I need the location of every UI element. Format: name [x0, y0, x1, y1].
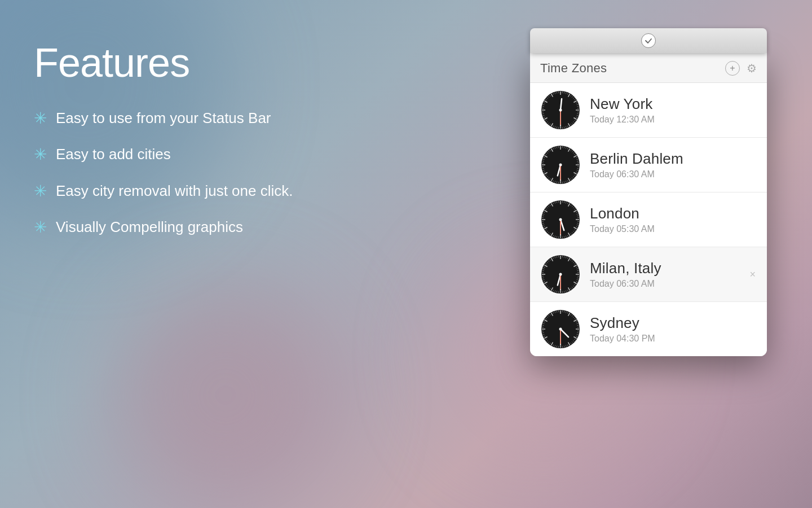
city-info-3: Milan, Italy Today 06:30 AM	[590, 260, 757, 288]
city-time-0: Today 12:30 AM	[590, 115, 757, 125]
city-row-1[interactable]: Berlin Dahlem Today 06:30 AM	[530, 138, 767, 192]
feature-item-2: ✳ Easy city removal with just one click.	[34, 181, 519, 202]
city-row-0[interactable]: New York Today 12:30 AM	[530, 83, 767, 138]
city-row-2[interactable]: London Today 05:30 AM	[530, 192, 767, 247]
city-info-2: London Today 05:30 AM	[590, 205, 757, 234]
svg-point-324	[559, 328, 562, 331]
city-time-1: Today 06:30 AM	[590, 169, 757, 179]
feature-item-3: ✳ Visually Compelling graphics	[34, 217, 519, 238]
popup-title: Time Zones	[540, 61, 607, 76]
feature-bullet-0: ✳	[34, 108, 47, 129]
svg-point-64	[559, 109, 562, 112]
analog-clock-4	[540, 309, 581, 349]
city-time-2: Today 05:30 AM	[590, 224, 757, 234]
settings-button[interactable]: ⚙	[747, 62, 757, 75]
cities-container: New York Today 12:30 AM Berlin Dahlem To…	[530, 83, 767, 356]
svg-point-259	[559, 273, 562, 276]
city-row-4[interactable]: Sydney Today 04:30 PM	[530, 302, 767, 356]
feature-text-3: Visually Compelling graphics	[56, 217, 243, 237]
city-time-4: Today 04:30 PM	[590, 334, 757, 344]
city-info-4: Sydney Today 04:30 PM	[590, 314, 757, 343]
city-name-4: Sydney	[590, 314, 757, 332]
add-city-button[interactable]: +	[725, 61, 740, 76]
city-info-0: New York Today 12:30 AM	[590, 95, 757, 124]
analog-clock-2	[540, 199, 581, 240]
page-title: Features	[34, 40, 519, 86]
feature-text-2: Easy city removal with just one click.	[56, 181, 293, 201]
feature-text-1: Easy to add cities	[56, 144, 171, 164]
feature-bullet-3: ✳	[34, 217, 47, 238]
popup-window: Time Zones + ⚙	[530, 53, 767, 356]
menubar-button[interactable]	[530, 28, 767, 53]
city-name-1: Berlin Dahlem	[590, 150, 757, 168]
feature-item-0: ✳ Easy to use from your Status Bar	[34, 108, 519, 129]
page-layout: Features ✳ Easy to use from your Status …	[0, 0, 812, 508]
analog-clock-3	[540, 254, 581, 295]
city-row-3[interactable]: Milan, Italy Today 06:30 AM ×	[530, 247, 767, 302]
analog-clock-1	[540, 144, 581, 185]
city-info-1: Berlin Dahlem Today 06:30 AM	[590, 150, 757, 179]
left-panel: Features ✳ Easy to use from your Status …	[34, 34, 519, 238]
feature-bullet-1: ✳	[34, 144, 47, 165]
city-name-2: London	[590, 205, 757, 222]
feature-item-1: ✳ Easy to add cities	[34, 144, 519, 165]
feature-bullet-2: ✳	[34, 181, 47, 202]
header-icons: + ⚙	[725, 61, 757, 76]
svg-point-129	[559, 164, 562, 167]
feature-text-0: Easy to use from your Status Bar	[56, 108, 271, 128]
city-name-3: Milan, Italy	[590, 260, 757, 277]
city-name-0: New York	[590, 95, 757, 113]
analog-clock-0	[540, 90, 581, 130]
check-circle-icon	[641, 33, 656, 48]
remove-city-button-3[interactable]: ×	[747, 266, 758, 283]
right-panel: Time Zones + ⚙	[519, 28, 778, 356]
gear-icon: ⚙	[747, 62, 757, 75]
city-time-3: Today 06:30 AM	[590, 279, 757, 289]
features-list: ✳ Easy to use from your Status Bar ✳ Eas…	[34, 108, 519, 238]
popup-header: Time Zones + ⚙	[530, 53, 767, 83]
svg-point-194	[559, 218, 562, 221]
